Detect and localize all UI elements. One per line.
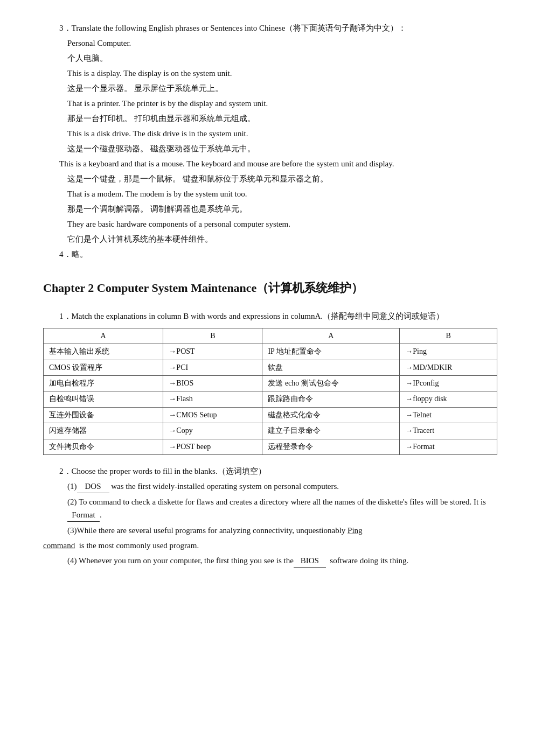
table-row: 文件拷贝命令 →POST beep 远程登录命令 →Format bbox=[44, 439, 497, 454]
right-b-1: →Ping bbox=[400, 344, 497, 360]
left-a-3: 加电自检程序 bbox=[44, 375, 163, 391]
chapter2-heading: Chapter 2 Computer System Maintenance（计算… bbox=[43, 280, 497, 297]
item-5-en: This is a keyboard and that is a mouse. … bbox=[43, 157, 497, 170]
more-items: That is a modem. The modem is by the sys… bbox=[43, 187, 497, 246]
blank-dos: DOS bbox=[77, 480, 109, 493]
left-a-5: 互连外围设备 bbox=[44, 407, 163, 423]
q2-item2: (2) To command to check a diskette for f… bbox=[43, 495, 497, 522]
section3-note: 4．略。 bbox=[43, 248, 497, 261]
left-b-3: →BIOS bbox=[163, 375, 262, 391]
q2-item1: (1)DOS was the first widely-installed op… bbox=[43, 480, 497, 493]
item-1-en: Personal Computer. bbox=[67, 37, 497, 50]
right-a-7: 远程登录命令 bbox=[262, 439, 400, 454]
q1-section: 1．Match the explanations in column B wit… bbox=[43, 310, 497, 455]
left-a-7: 文件拷贝命令 bbox=[44, 439, 163, 454]
table-row: 加电自检程序 →BIOS 发送 echo 测试包命令 →IPconfig bbox=[44, 375, 497, 391]
q1-label: 1．Match the explanations in column B wit… bbox=[43, 310, 497, 323]
table-row: 互连外围设备 →CMOS Setup 磁盘格式化命令 →Telnet bbox=[44, 407, 497, 423]
right-a-6: 建立子目录命令 bbox=[262, 423, 400, 439]
left-b-1: →POST bbox=[163, 344, 262, 360]
right-b-5: →Telnet bbox=[400, 407, 497, 423]
left-a-6: 闪速存储器 bbox=[44, 423, 163, 439]
col-b-left: B bbox=[163, 328, 262, 344]
table-row: CMOS 设置程序 →PCI 软盘 →MD/MDKIR bbox=[44, 360, 497, 375]
col-b-right: B bbox=[400, 328, 497, 344]
item-6-zh: 那是一个调制解调器。 调制解调器也是系统单元。 bbox=[67, 202, 497, 215]
match-table: A B A B 基本输入输出系统 →POST IP 地址配置命令 →Ping C… bbox=[43, 328, 497, 455]
translation-items: Personal Computer. 个人电脑。 This is a displ… bbox=[43, 37, 497, 155]
blank-command: command bbox=[43, 541, 75, 550]
col-a-right: A bbox=[262, 328, 400, 344]
left-a-2: CMOS 设置程序 bbox=[44, 360, 163, 375]
blank-ping: Ping bbox=[348, 526, 363, 535]
table-row: 闪速存储器 →Copy 建立子目录命令 →Tracert bbox=[44, 423, 497, 439]
right-b-4: →floppy disk bbox=[400, 391, 497, 407]
col-a-left: A bbox=[44, 328, 163, 344]
left-b-2: →PCI bbox=[163, 360, 262, 375]
q2-section: 2．Choose the proper words to fill in the… bbox=[43, 465, 497, 568]
q2-item4: (4) Whenever you turn on your computer, … bbox=[43, 554, 497, 568]
left-a-1: 基本输入输出系统 bbox=[44, 344, 163, 360]
table-row: 自检鸣叫错误 →Flash 跟踪路由命令 →floppy disk bbox=[44, 391, 497, 407]
right-b-6: →Tracert bbox=[400, 423, 497, 439]
item-5-zh: 这是一个键盘，那是一个鼠标。 键盘和鼠标位于系统单元和显示器之前。 bbox=[43, 172, 497, 185]
right-a-5: 磁盘格式化命令 bbox=[262, 407, 400, 423]
section3-label: 3．Translate the following English phrase… bbox=[43, 22, 497, 34]
item-2-en: This is a display. The display is on the… bbox=[67, 67, 497, 80]
right-a-1: IP 地址配置命令 bbox=[262, 344, 400, 360]
left-b-6: →Copy bbox=[163, 423, 262, 439]
right-b-3: →IPconfig bbox=[400, 375, 497, 391]
item-7-zh: 它们是个人计算机系统的基本硬件组件。 bbox=[67, 233, 497, 246]
left-b-7: →POST beep bbox=[163, 439, 262, 454]
item-3-en: That is a printer. The printer is by the… bbox=[67, 97, 497, 110]
item-3-zh: 那是一台打印机。 打印机由显示器和系统单元组成。 bbox=[67, 112, 497, 125]
item-7-en: They are basic hardware components of a … bbox=[67, 218, 497, 230]
item-2-zh: 这是一个显示器。 显示屏位于系统单元上。 bbox=[67, 82, 497, 95]
right-a-3: 发送 echo 测试包命令 bbox=[262, 375, 400, 391]
section-3: 3．Translate the following English phrase… bbox=[43, 22, 497, 261]
right-b-2: →MD/MDKIR bbox=[400, 360, 497, 375]
item-4-zh: 这是一个磁盘驱动器。 磁盘驱动器位于系统单元中。 bbox=[67, 142, 497, 155]
q2-item3: (3)While there are several useful progra… bbox=[43, 524, 497, 537]
left-b-4: →Flash bbox=[163, 391, 262, 407]
item-6-en: That is a modem. The modem is by the sys… bbox=[67, 187, 497, 200]
item-4-en: This is a disk drive. The disk drive is … bbox=[67, 127, 497, 140]
blank-bios: BIOS bbox=[294, 554, 326, 568]
left-a-4: 自检鸣叫错误 bbox=[44, 391, 163, 407]
q2-label: 2．Choose the proper words to fill in the… bbox=[43, 465, 497, 478]
q2-item3-cont: command is the most commonly used progra… bbox=[43, 539, 497, 552]
left-b-5: →CMOS Setup bbox=[163, 407, 262, 423]
right-b-7: →Format bbox=[400, 439, 497, 454]
item-1-zh: 个人电脑。 bbox=[67, 52, 497, 65]
blank-format: Format bbox=[67, 508, 100, 522]
right-a-4: 跟踪路由命令 bbox=[262, 391, 400, 407]
right-a-2: 软盘 bbox=[262, 360, 400, 375]
table-row: 基本输入输出系统 →POST IP 地址配置命令 →Ping bbox=[44, 344, 497, 360]
